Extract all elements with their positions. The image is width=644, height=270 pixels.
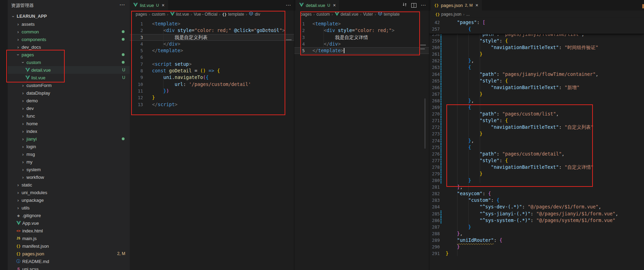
explorer-item-detail.vue[interactable]: detail.vueU — [8, 66, 130, 74]
explorer-item-README.md[interactable]: ⓘREADME.md — [8, 257, 130, 265]
code-line[interactable]: 268 }, — [429, 97, 644, 104]
more-actions-icon[interactable]: ⋯ — [119, 1, 125, 8]
code-line[interactable]: 290 } — [429, 244, 644, 250]
breadcrumb-item[interactable]: div — [249, 11, 260, 17]
code-line[interactable]: 271 "style": { — [429, 117, 644, 124]
split-editor-icon[interactable] — [411, 3, 416, 8]
close-icon[interactable]: × — [162, 2, 165, 8]
explorer-item-dev_docs[interactable]: ›dev_docs — [8, 43, 130, 51]
minimap[interactable] — [263, 30, 277, 31]
code-line[interactable]: 11 }) — [130, 88, 294, 94]
code-editor[interactable]: 1<template>2 <div style="color: red;" @c… — [130, 18, 294, 108]
explorer-item-workflow[interactable]: ›workflow — [8, 173, 130, 181]
tab-detail-vue[interactable]: detail.vue U × — [296, 0, 339, 10]
explorer-item-dev[interactable]: ›dev — [8, 104, 130, 112]
explorer-item-msg[interactable]: ›msg — [8, 150, 130, 158]
explorer-item-index[interactable]: ›index — [8, 127, 130, 135]
explorer-item-main.js[interactable]: JSmain.js — [8, 235, 130, 242]
breadcrumb-item[interactable]: {}pages.json — [435, 12, 461, 17]
code-line[interactable]: 266 "navigationBarTitleText": "新增" — [429, 84, 644, 91]
explorer-item-pages.json[interactable]: {}pages.json2, M — [8, 250, 130, 257]
explorer-item-home[interactable]: ›home — [8, 120, 130, 127]
code-line[interactable]: 277 "style": { — [429, 157, 644, 164]
explorer-item-common[interactable]: ›common — [8, 28, 130, 35]
code-line[interactable]: 269 { — [429, 104, 644, 111]
explorer-item-list.vue[interactable]: list.vueU — [8, 74, 130, 81]
minimap[interactable] — [286, 39, 292, 40]
explorer-item-customForm[interactable]: ›customForm — [8, 81, 130, 89]
breadcrumb-item[interactable]: Vuter — [363, 12, 373, 17]
code-line[interactable]: 259 "style": { — [429, 38, 644, 44]
close-icon[interactable]: × — [333, 2, 336, 8]
code-line[interactable]: 4 </div> — [130, 41, 294, 47]
code-line[interactable]: 257 { — [429, 26, 644, 32]
breadcrumb-item[interactable]: pages — [136, 12, 147, 17]
explorer-item-index.html[interactable]: <>index.html — [8, 227, 130, 235]
code-line[interactable]: 3 我是自定义详情 — [294, 34, 429, 41]
code-line[interactable]: 261 } — [429, 51, 644, 57]
code-line[interactable]: 264 "path": "pages/jianyi/flowTime/conta… — [429, 71, 644, 78]
explorer-item-unpackage[interactable]: ›unpackage — [8, 196, 130, 204]
code-line[interactable]: 263 { — [429, 64, 644, 71]
explorer-item-App.vue[interactable]: App.vue — [8, 219, 130, 227]
explorer-item-manifest.json[interactable]: {}manifest.json — [8, 242, 130, 250]
explorer-item-.gitignore[interactable]: ◆.gitignore — [8, 212, 130, 219]
explorer-item-dataDisplay[interactable]: ›dataDisplay — [8, 89, 130, 97]
tab-list-vue[interactable]: list.vue U × — [130, 0, 168, 10]
code-line[interactable]: 279 } — [429, 170, 644, 177]
minimap[interactable] — [642, 4, 644, 8]
code-line[interactable]: 291} — [429, 250, 644, 257]
minimap[interactable] — [420, 45, 426, 46]
code-line[interactable]: 12} — [130, 94, 294, 101]
explorer-item-utils[interactable]: ›utils — [8, 204, 130, 212]
code-line[interactable]: 8const goDetail = () => { — [130, 68, 294, 74]
breadcrumb-item[interactable]: custom — [152, 12, 165, 17]
scrollbar[interactable] — [424, 98, 426, 149]
code-line[interactable]: 10 url: '/pages/custom/detail' — [130, 81, 294, 88]
code-line[interactable]: 7<script setup> — [130, 61, 294, 68]
explorer-item-static[interactable]: ›static — [8, 181, 130, 189]
breadcrumb-item[interactable]: detail.vue — [335, 12, 358, 17]
breadcrumb-item[interactable]: template — [378, 11, 400, 17]
explorer-item-components[interactable]: ›components — [8, 35, 130, 43]
open-changes-icon[interactable] — [402, 2, 407, 8]
code-line[interactable]: 260 "navigationBarTitleText": "时间组件验证" — [429, 44, 644, 51]
code-line[interactable]: 9 uni.navigateTo({ — [130, 74, 294, 81]
code-line[interactable]: 1<template> — [294, 21, 429, 27]
code-editor[interactable]: 258 "path": "pages/jianyi/flowTime/list"… — [429, 31, 644, 270]
code-line[interactable]: 1<template> — [130, 21, 294, 27]
code-line[interactable]: 285 "^sys-jianyi-(.*)": "@/pages/jianyi/… — [429, 211, 644, 217]
code-line[interactable]: 262 }, — [429, 57, 644, 64]
code-editor[interactable]: 1<template>2 <div style="color: red;">3 … — [294, 18, 429, 54]
code-line[interactable]: 282 "easycom": { — [429, 190, 644, 197]
explorer-item-custom[interactable]: ›custom — [8, 58, 130, 66]
code-line[interactable]: 270 "path": "pages/custom/list", — [429, 111, 644, 117]
code-line[interactable]: 281 ], — [429, 184, 644, 190]
breadcrumb-item[interactable]: {}template — [222, 12, 244, 17]
code-line[interactable]: 3 我是自定义列表 — [130, 34, 294, 41]
code-line[interactable]: 6 — [130, 54, 294, 61]
explorer-item-pages[interactable]: ›pages — [8, 51, 130, 58]
code-line[interactable]: 4 </div> — [294, 41, 429, 47]
code-line[interactable]: 283 "custom": { — [429, 197, 644, 204]
code-line[interactable]: 265 "style": { — [429, 78, 644, 84]
explorer-item-assets[interactable]: ›assets — [8, 20, 130, 28]
explorer-item-login[interactable]: ›login — [8, 143, 130, 150]
code-line[interactable]: 42 "pages": [ — [429, 19, 644, 26]
breadcrumb-item[interactable]: ... — [466, 12, 470, 17]
code-line[interactable]: 275 { — [429, 144, 644, 151]
code-line[interactable]: 267 } — [429, 91, 644, 97]
breadcrumb-item[interactable]: pages — [300, 12, 312, 17]
code-line[interactable]: 276 "path": "pages/custom/detail", — [429, 151, 644, 157]
code-line[interactable]: 288 }, — [429, 230, 644, 237]
code-line[interactable]: 5</template> — [130, 47, 294, 54]
code-line[interactable]: 278 "navigationBarTitleText": "自定义详情" — [429, 164, 644, 170]
explorer-item-LEARUN_APP[interactable]: ›LEARUN_APP — [8, 13, 130, 20]
code-line[interactable]: 287 } — [429, 224, 644, 230]
explorer-item-my[interactable]: ›my — [8, 158, 130, 166]
code-line[interactable]: 272 "navigationBarTitleText": "自定义列表" — [429, 124, 644, 130]
tab-pages-json[interactable]: {} pages.json 2, M × — [431, 0, 482, 10]
code-line[interactable]: 273 } — [429, 130, 644, 137]
code-line[interactable]: 5</template> — [294, 47, 429, 54]
explorer-item-uni.scss[interactable]: Suni.scss — [8, 265, 130, 270]
